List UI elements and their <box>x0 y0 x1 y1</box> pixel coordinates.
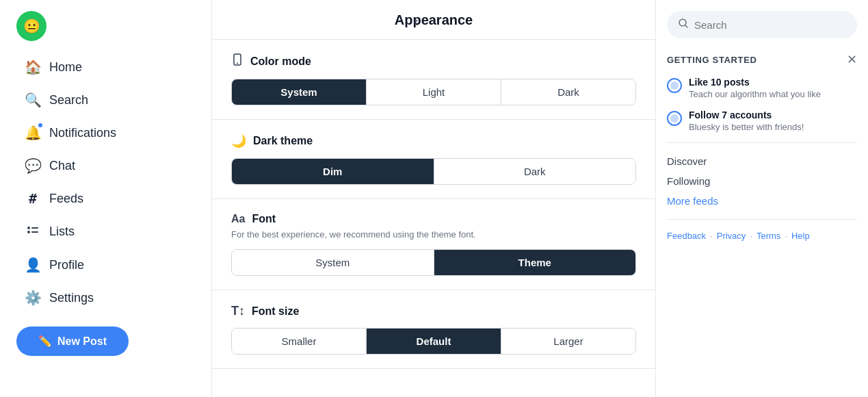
chat-icon: 💬 <box>25 157 41 174</box>
lists-icon <box>25 223 41 240</box>
color-mode-system-button[interactable]: System <box>232 79 367 105</box>
getting-started-title: GETTING STARTED <box>667 55 757 65</box>
color-mode-selector: System Light Dark <box>231 79 636 105</box>
sidebar: 😐 🏠 Home 🔍 Search 🔔 Notifications 💬 Chat… <box>0 0 212 397</box>
sidebar-item-search[interactable]: 🔍 Search <box>16 85 195 115</box>
sidebar-item-feeds[interactable]: # Feeds <box>16 183 195 214</box>
font-size-selector: Smaller Default Larger <box>231 328 636 355</box>
moon-icon: 🌙 <box>231 133 246 149</box>
search-bar <box>667 11 857 38</box>
right-panel: GETTING STARTED ✕ Like 10 posts Teach ou… <box>656 0 868 397</box>
feed-link-more[interactable]: More feeds <box>667 192 857 209</box>
home-icon: 🏠 <box>25 59 41 75</box>
font-theme-button[interactable]: Theme <box>434 250 636 275</box>
sidebar-item-profile[interactable]: 👤 Profile <box>16 250 195 280</box>
phone-icon <box>231 53 244 69</box>
sidebar-item-label: Search <box>49 93 88 107</box>
sidebar-item-notifications[interactable]: 🔔 Notifications <box>16 118 195 148</box>
svg-rect-3 <box>31 231 38 233</box>
new-post-icon: ✏️ <box>38 335 52 348</box>
page-title: ‹ Appearance <box>212 0 655 40</box>
sidebar-item-home[interactable]: 🏠 Home <box>16 52 195 82</box>
sidebar-item-chat[interactable]: 💬 Chat <box>16 151 195 181</box>
task-description: Teach our algorithm what you like <box>689 89 821 99</box>
font-size-smaller-button[interactable]: Smaller <box>232 329 367 354</box>
task-description: Bluesky is better with friends! <box>689 122 804 132</box>
divider-2 <box>667 219 857 220</box>
sidebar-item-label: Settings <box>49 291 94 305</box>
dark-theme-dim-button[interactable]: Dim <box>232 159 434 184</box>
task-item-follow: Follow 7 accounts Bluesky is better with… <box>667 110 857 133</box>
font-size-section: T↕ Font size Smaller Default Larger <box>212 290 655 369</box>
feed-link-discover[interactable]: Discover <box>667 153 857 170</box>
notification-dot <box>37 122 44 129</box>
search-input[interactable] <box>694 19 846 31</box>
font-system-button[interactable]: System <box>232 250 434 275</box>
font-description: For the best experience, we recommend us… <box>231 229 636 240</box>
back-button[interactable]: ‹ <box>414 14 419 29</box>
new-post-label: New Post <box>57 335 107 348</box>
footer-link-help[interactable]: Help <box>791 231 810 241</box>
task-label: Follow 7 accounts <box>689 110 804 120</box>
feed-links: Discover Following More feeds <box>667 153 857 209</box>
getting-started-header: GETTING STARTED ✕ <box>667 52 857 67</box>
font-size-larger-button[interactable]: Larger <box>501 329 635 354</box>
feed-link-following[interactable]: Following <box>667 172 857 190</box>
color-mode-section: Color mode System Light Dark <box>212 40 655 120</box>
task-circle <box>667 78 682 93</box>
color-mode-title: Color mode <box>250 55 311 68</box>
svg-point-5 <box>237 63 238 64</box>
feeds-icon: # <box>25 190 41 207</box>
font-icon: Aa <box>231 213 245 225</box>
task-circle <box>667 111 682 126</box>
search-icon: 🔍 <box>25 92 41 108</box>
dark-theme-section: 🌙 Dark theme Dim Dark <box>212 120 655 199</box>
task-label: Like 10 posts <box>689 77 821 88</box>
svg-point-2 <box>27 231 30 233</box>
sidebar-item-settings[interactable]: ⚙️ Settings <box>16 283 195 313</box>
sidebar-item-label: Feeds <box>49 192 83 206</box>
sidebar-item-label: Home <box>49 60 82 75</box>
dark-theme-dark-button[interactable]: Dark <box>434 159 636 184</box>
close-icon[interactable]: ✕ <box>847 52 857 67</box>
avatar[interactable]: 😐 <box>16 11 47 41</box>
font-size-default-button[interactable]: Default <box>367 329 501 354</box>
svg-rect-1 <box>31 227 38 229</box>
footer-links: Feedback · Privacy · Terms · Help <box>667 231 857 241</box>
sidebar-item-lists[interactable]: Lists <box>16 216 195 247</box>
bell-icon: 🔔 <box>25 125 41 141</box>
task-item-like: Like 10 posts Teach our algorithm what y… <box>667 77 857 100</box>
sidebar-item-label: Notifications <box>49 126 116 140</box>
dark-theme-title: Dark theme <box>253 135 313 147</box>
gear-icon: ⚙️ <box>25 290 41 306</box>
color-mode-light-button[interactable]: Light <box>367 79 501 105</box>
sidebar-item-label: Chat <box>49 159 75 173</box>
footer-link-feedback[interactable]: Feedback <box>667 231 706 241</box>
svg-line-7 <box>685 25 687 27</box>
footer-link-terms[interactable]: Terms <box>757 231 780 241</box>
footer-link-privacy[interactable]: Privacy <box>717 231 746 241</box>
font-section: Aa Font For the best experience, we reco… <box>212 199 655 290</box>
font-selector: System Theme <box>231 249 636 276</box>
sidebar-item-label: Lists <box>49 225 75 239</box>
divider <box>667 142 857 143</box>
font-size-icon: T↕ <box>231 304 245 318</box>
font-title: Font <box>252 213 276 225</box>
new-post-button[interactable]: ✏️ New Post <box>16 326 129 356</box>
font-size-title: Font size <box>252 305 299 318</box>
main-content: ‹ Appearance Color mode System Light Dar… <box>212 0 656 397</box>
color-mode-dark-button[interactable]: Dark <box>501 79 635 105</box>
profile-icon: 👤 <box>25 257 41 273</box>
search-icon <box>678 18 689 31</box>
svg-point-0 <box>27 227 30 229</box>
sidebar-item-label: Profile <box>49 258 84 272</box>
dark-theme-selector: Dim Dark <box>231 158 636 185</box>
